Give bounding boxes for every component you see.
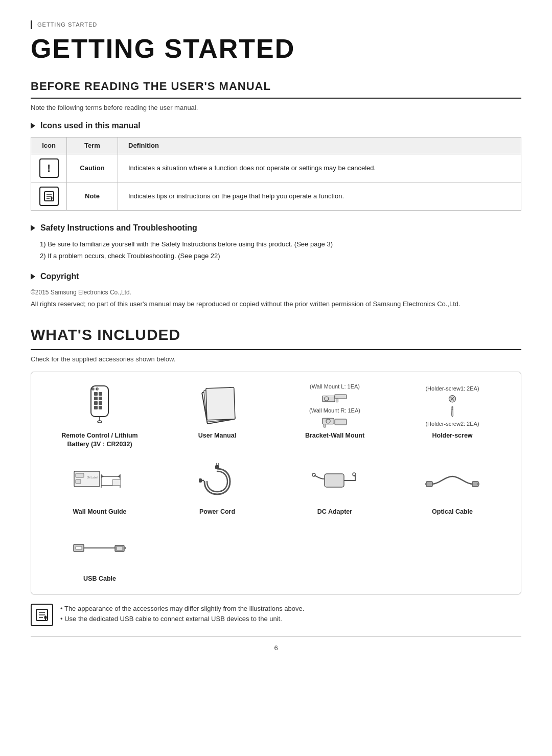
note-item-1: The appearance of the accessories may di…	[60, 604, 304, 614]
section2-title: WHAT'S INCLUDED	[31, 323, 521, 350]
holder-screw-label: Holder-screw	[432, 431, 472, 441]
svg-rect-11	[94, 406, 98, 409]
wall-mount-guide-image: 3M Label	[72, 459, 128, 505]
wall-mount-l-label: (Wall Mount L: 1EA)	[310, 382, 360, 391]
table-row: Note Indicates tips or instructions on t…	[31, 182, 521, 210]
wall-mount-r-label: (Wall Mount R: 1EA)	[309, 406, 360, 415]
usb-cable-label: USB Cable	[83, 575, 116, 584]
svg-rect-44	[215, 465, 219, 469]
svg-rect-49	[325, 474, 344, 487]
svg-rect-7	[94, 397, 98, 400]
dc-adapter-image	[307, 459, 363, 505]
accessory-user-manual: User Manual	[161, 382, 273, 449]
svg-rect-48	[199, 478, 202, 483]
note-content: The appearance of the accessories may di…	[60, 604, 304, 625]
remote-control-image	[72, 382, 128, 428]
holder-screw-image: (Holder-screw1: 2EA) (Holder-screw2: 2EA…	[424, 382, 480, 428]
accessories-grid: Remote Control / Lithium Battery (3V : C…	[43, 382, 509, 584]
accessory-bracket-wall-mount: (Wall Mount L: 1EA) (Wall Mount R: 1EA) …	[279, 382, 391, 449]
page-number: 6	[31, 636, 521, 653]
svg-rect-34	[76, 473, 84, 477]
svg-rect-60	[117, 546, 123, 551]
note-item-2: Use the dedicated USB cable to connect e…	[60, 614, 304, 625]
wall-mount-guide-label: Wall Mount Guide	[73, 508, 126, 517]
svg-rect-55	[477, 483, 479, 485]
bracket-wall-mount-image: (Wall Mount L: 1EA) (Wall Mount R: 1EA)	[307, 382, 363, 428]
icons-subsection-title: Icons used in this manual	[31, 120, 521, 132]
svg-text:3M Label: 3M Label	[87, 476, 98, 479]
svg-rect-6	[99, 392, 102, 396]
accessory-usb-cable: USB Cable	[43, 525, 156, 584]
accessories-box: Remote Control / Lithium Battery (3V : C…	[31, 372, 521, 594]
svg-rect-10	[99, 401, 102, 405]
caution-definition: Indicates a situation where a function d…	[118, 154, 521, 182]
section1-title: BEFORE READING THE USER'S MANUAL	[31, 78, 521, 99]
accessory-dc-adapter: DC Adapter	[279, 459, 391, 517]
holder-screw2-label: (Holder-screw2: 2EA)	[425, 420, 479, 428]
accessory-power-cord: Power Cord	[161, 459, 273, 517]
svg-rect-23	[336, 399, 338, 402]
power-cord-image	[189, 459, 245, 505]
accessory-remote-control: Remote Control / Lithium Battery (3V : C…	[43, 382, 156, 449]
svg-rect-27	[335, 419, 347, 425]
safety-subsection-title: Safety Instructions and Troubleshooting	[31, 222, 521, 234]
breadcrumb: Getting Started	[31, 20, 521, 29]
user-manual-image	[189, 382, 245, 428]
optical-cable-image	[424, 459, 480, 505]
section1-subtitle: Note the following terms before reading …	[31, 103, 521, 113]
safety-item-1: 1) Be sure to familiarize yourself with …	[40, 239, 521, 249]
remote-label: Remote Control / Lithium Battery (3V : C…	[61, 431, 137, 449]
note-term: Note	[67, 182, 118, 210]
section2-subtitle: Check for the supplied accessories shown…	[31, 354, 521, 364]
svg-point-50	[312, 473, 315, 476]
note-icon	[39, 187, 59, 206]
caution-term: Caution	[67, 154, 118, 182]
table-header-icon: Icon	[31, 138, 67, 154]
arrow-icon	[31, 123, 35, 129]
table-row: ! Caution Indicates a situation where a …	[31, 154, 521, 182]
svg-marker-42	[118, 475, 120, 478]
svg-rect-12	[99, 406, 102, 409]
svg-rect-9	[94, 401, 98, 405]
usb-cable-image	[72, 525, 128, 571]
note-box-bottom: The appearance of the accessories may di…	[31, 604, 521, 626]
safety-item-2: 2) If a problem occurs, check Troublesho…	[40, 251, 521, 261]
dc-adapter-label: DC Adapter	[317, 508, 352, 517]
svg-rect-25	[324, 424, 326, 427]
svg-rect-57	[76, 546, 82, 549]
holder-screw1-label: (Holder-screw1: 2EA)	[425, 384, 479, 393]
svg-rect-19	[206, 387, 235, 420]
safety-list: 1) Be sure to familiarize yourself with …	[40, 239, 521, 261]
optical-cable-label: Optical Cable	[432, 508, 473, 517]
accessory-wall-mount-guide: 3M Label Wall Mount Guide	[43, 459, 156, 517]
svg-point-14	[96, 388, 98, 390]
icons-table: Icon Term Definition ! Caution Indicates…	[31, 137, 521, 211]
note-icon-large	[31, 604, 53, 626]
arrow-icon	[31, 225, 35, 231]
svg-marker-41	[101, 475, 104, 478]
arrow-icon	[31, 273, 35, 280]
svg-point-13	[92, 388, 94, 390]
main-title: GETTING STARTED	[31, 34, 521, 63]
caution-icon: !	[39, 158, 59, 178]
svg-rect-22	[335, 395, 347, 399]
copyright-subsection-title: Copyright	[31, 270, 521, 283]
copyright-section: ©2015 Samsung Electronics Co.,Ltd. All r…	[31, 288, 521, 309]
svg-rect-35	[76, 479, 81, 484]
copyright-year: ©2015 Samsung Electronics Co.,Ltd.	[31, 288, 521, 297]
power-cord-label: Power Cord	[199, 508, 235, 517]
svg-point-61	[124, 547, 126, 549]
svg-rect-5	[94, 392, 98, 396]
accessory-holder-screw: (Holder-screw1: 2EA) (Holder-screw2: 2EA…	[396, 382, 509, 449]
note-definition: Indicates tips or instructions on the pa…	[118, 182, 521, 210]
user-manual-label: User Manual	[198, 431, 236, 441]
svg-rect-43	[112, 479, 121, 486]
bracket-label: Bracket-Wall Mount	[305, 431, 364, 441]
svg-rect-8	[99, 397, 102, 400]
svg-point-16	[98, 421, 102, 423]
accessory-optical-cable: Optical Cable	[396, 459, 509, 517]
table-header-definition: Definition	[118, 138, 521, 154]
svg-rect-53	[425, 483, 427, 485]
table-header-term: Term	[67, 138, 118, 154]
copyright-body: All rights reserved; no part of this use…	[31, 299, 521, 309]
